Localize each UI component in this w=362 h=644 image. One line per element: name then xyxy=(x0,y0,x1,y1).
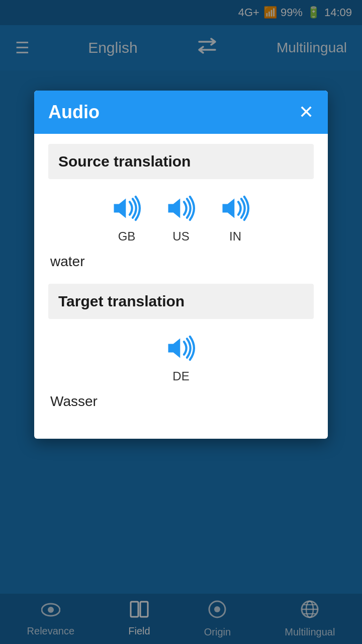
source-audio-buttons: GB US IN xyxy=(48,191,314,244)
audio-modal: Audio ✕ Source translation GB xyxy=(34,91,328,439)
audio-button-de-label: DE xyxy=(172,369,189,383)
modal-close-button[interactable]: ✕ xyxy=(299,102,314,123)
target-section-header: Target translation xyxy=(48,284,314,319)
modal-header: Audio ✕ xyxy=(34,91,328,134)
audio-button-in[interactable]: IN xyxy=(218,191,252,244)
modal-title: Audio xyxy=(48,102,100,123)
audio-button-in-label: IN xyxy=(229,229,241,244)
source-section-title: Source translation xyxy=(58,153,191,170)
target-section-title: Target translation xyxy=(58,293,185,309)
target-translation-text: Wasser xyxy=(48,393,314,410)
target-audio-buttons: DE xyxy=(48,331,314,383)
audio-button-gb[interactable]: GB xyxy=(110,191,144,244)
source-section-header: Source translation xyxy=(48,144,314,179)
source-translation-text: water xyxy=(48,254,314,270)
audio-button-us-label: US xyxy=(172,229,189,244)
audio-button-us[interactable]: US xyxy=(164,191,198,244)
modal-body: Source translation GB U xyxy=(34,134,328,439)
audio-button-de[interactable]: DE xyxy=(164,331,198,383)
audio-button-gb-label: GB xyxy=(118,229,136,244)
